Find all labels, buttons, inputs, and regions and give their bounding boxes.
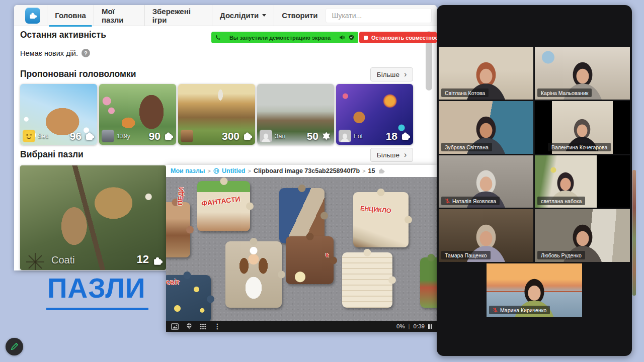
screen-share-stage: ПАЗЛИ Головна Мої пазли Збережені ігри Д… bbox=[0, 0, 644, 362]
puzzle-card-3[interactable]: 300 bbox=[178, 84, 255, 145]
puzzle-author: 139y bbox=[117, 133, 130, 140]
participant-name: Зубрєва Світлана bbox=[445, 144, 489, 150]
breadcrumb: Мои пазлы > Untitled > Clipboard image 7… bbox=[166, 165, 437, 177]
participant-name: Тамара Пащенко bbox=[445, 252, 487, 258]
more-options-icon[interactable]: ⋮ bbox=[214, 323, 221, 330]
puzzle-piece-icon bbox=[163, 131, 174, 141]
more-suggested-button[interactable]: Більше› bbox=[370, 67, 413, 81]
puzzle-piece[interactable]: ПЕДИ bbox=[166, 202, 190, 257]
puzzle-board: ПЕДИ ФАНТАСТИ к ЕНЦИКЛО світ bbox=[166, 177, 437, 321]
puzzle-piece[interactable]: к bbox=[286, 236, 334, 284]
puzzle-card-1[interactable]: Sec 96 bbox=[20, 84, 97, 145]
piece-count: 50 bbox=[307, 130, 318, 142]
avatar-placeholder bbox=[260, 130, 272, 142]
puzzle-piece[interactable] bbox=[342, 252, 392, 308]
pencil-icon bbox=[10, 342, 19, 351]
breadcrumb-piece-count: 15 bbox=[368, 167, 375, 174]
participant-name: Каріна Мальованик bbox=[541, 90, 588, 96]
puzzle-piece-icon bbox=[152, 255, 163, 266]
progress-percent: 0% bbox=[396, 323, 405, 329]
tab-explore[interactable]: Дослідити bbox=[212, 5, 274, 26]
background-image-icon[interactable] bbox=[171, 323, 179, 330]
annotate-pencil-button[interactable] bbox=[6, 338, 23, 355]
stop-share-button[interactable]: Остановить совместное ис bbox=[359, 32, 437, 43]
participant-tile[interactable]: Світлана Котова bbox=[439, 47, 533, 100]
activity-empty-text: Немає нових дій. bbox=[20, 49, 78, 57]
puzzle-piece[interactable]: світ bbox=[166, 275, 211, 321]
section-title-activity: Остання активність bbox=[20, 30, 106, 40]
breadcrumb-separator: > bbox=[248, 168, 251, 174]
screen-share-banner: Вы запустили демонстрацию экрана bbox=[211, 32, 358, 43]
help-icon[interactable]: ? bbox=[82, 49, 90, 57]
status-separator: | bbox=[409, 323, 410, 329]
puzzle-author: Fot bbox=[354, 133, 363, 140]
puzzle-card-4[interactable]: Зап 50 bbox=[257, 84, 334, 145]
share-banner-text: Вы запустили демонстрацию экрана bbox=[225, 35, 335, 41]
participant-name: Марина Кириченко bbox=[500, 307, 546, 313]
participant-tile[interactable]: Каріна Мальованик bbox=[535, 47, 630, 100]
slide-title: ПАЗЛИ bbox=[46, 272, 148, 310]
chevron-right-icon: › bbox=[404, 70, 407, 78]
puzzle-piece[interactable] bbox=[420, 257, 437, 308]
ghost-preview-icon[interactable] bbox=[186, 323, 192, 330]
puzzle-card-2[interactable]: 139y 90 bbox=[99, 84, 176, 145]
breadcrumb-separator: > bbox=[362, 168, 365, 174]
piece-count: 96 bbox=[70, 130, 82, 142]
puzzle-card-5[interactable]: Fot 18 bbox=[336, 84, 413, 145]
breadcrumb-album[interactable]: Untitled bbox=[222, 167, 246, 174]
speaker-icon[interactable] bbox=[339, 35, 345, 40]
participant-tile[interactable]: Любовь Руденко bbox=[535, 209, 630, 262]
site-navbar: Головна Мої пазли Збережені ігри Досліди… bbox=[14, 5, 437, 26]
participant-tile[interactable]: Тамара Пащенко bbox=[439, 209, 533, 262]
tab-home[interactable]: Головна bbox=[47, 5, 94, 26]
star-piece-icon bbox=[321, 131, 332, 141]
puzzle-piece-icon bbox=[84, 131, 95, 141]
more-selected-button[interactable]: Більше› bbox=[370, 148, 413, 162]
participant-tile[interactable]: светлана набока bbox=[535, 155, 630, 208]
participant-tile[interactable]: Валентина Кочегарова bbox=[535, 101, 630, 154]
stop-icon bbox=[364, 36, 368, 40]
arrange-grid-icon[interactable] bbox=[200, 323, 206, 330]
mic-muted-icon bbox=[445, 198, 450, 204]
piece-count: 18 bbox=[386, 130, 397, 142]
elapsed-time: 0:39 bbox=[414, 323, 425, 329]
shield-check-icon[interactable] bbox=[349, 35, 354, 40]
puzzle-game-window: Мои пазлы > Untitled > Clipboard image 7… bbox=[166, 165, 437, 332]
section-title-suggested: Пропоновані головоломки bbox=[20, 69, 136, 79]
puzzle-piece[interactable]: ЕНЦИКЛО bbox=[353, 192, 409, 247]
tab-my-puzzles[interactable]: Мої пазли bbox=[94, 5, 144, 26]
pause-icon[interactable] bbox=[428, 324, 432, 329]
chevron-down-icon bbox=[262, 14, 266, 17]
tab-create[interactable]: Створити bbox=[274, 5, 325, 26]
avatar bbox=[23, 130, 35, 142]
avatar bbox=[181, 130, 193, 142]
puzzle-piece-fairy[interactable] bbox=[225, 241, 282, 308]
site-logo-puzzle-icon[interactable] bbox=[25, 8, 40, 24]
puzzle-piece-icon bbox=[378, 167, 385, 174]
puzzle-piece[interactable] bbox=[279, 188, 325, 243]
featured-puzzle-card[interactable]: Coati 12 bbox=[20, 165, 166, 270]
mic-muted-icon bbox=[493, 307, 498, 313]
search-input[interactable] bbox=[326, 8, 432, 23]
featured-puzzle-name: Coati bbox=[51, 254, 75, 266]
participant-name: светлана набока bbox=[541, 198, 582, 204]
tab-saved-games[interactable]: Збережені ігри bbox=[144, 5, 212, 26]
piece-count: 12 bbox=[137, 253, 149, 266]
participant-tile[interactable]: Наталія Яковлєва bbox=[439, 155, 533, 208]
participant-tile-active-speaker[interactable]: Зубрєва Світлана bbox=[439, 101, 533, 154]
meeting-panel: Світлана Котова Каріна Мальованик Зубрєв… bbox=[437, 5, 632, 356]
puzzle-piece-icon bbox=[400, 131, 411, 141]
stop-share-label: Остановить совместное ис bbox=[371, 35, 437, 41]
puzzle-piece-icon bbox=[242, 131, 253, 141]
background-image-sliver bbox=[632, 170, 636, 296]
participant-name: Валентина Кочегарова bbox=[551, 144, 607, 150]
avatar-placeholder bbox=[339, 130, 351, 142]
puzzle-piece[interactable]: ФАНТАСТИ bbox=[197, 181, 250, 231]
participant-tile[interactable]: Марина Кириченко bbox=[487, 263, 582, 317]
game-toolbar: ⋮ 0% | 0:39 bbox=[166, 321, 437, 332]
breadcrumb-puzzle-name: Clipboard image 73c5ab2258940f7b bbox=[254, 167, 360, 174]
section-title-selected: Вибрані пазли bbox=[20, 149, 84, 160]
globe-icon bbox=[213, 168, 219, 174]
active-tab-underline bbox=[49, 25, 92, 27]
breadcrumb-my-puzzles[interactable]: Мои пазлы bbox=[171, 167, 205, 174]
